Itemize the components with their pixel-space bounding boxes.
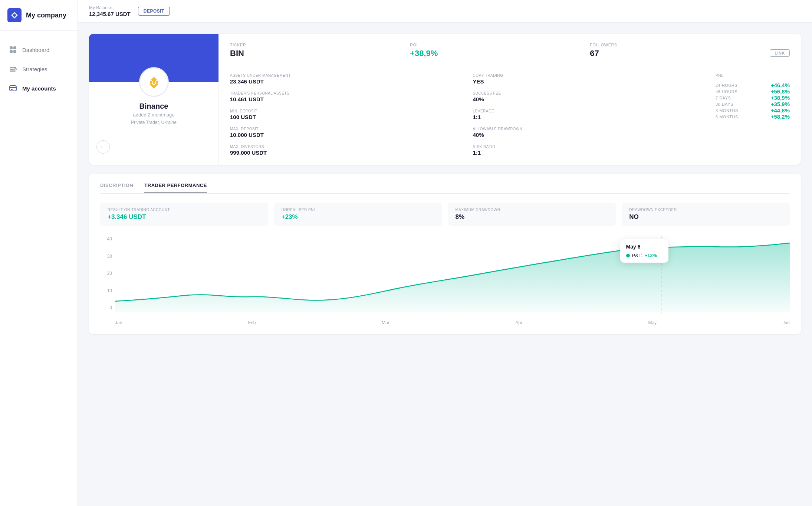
assets-item: ASSETS UNDER MANAGEMENT 23.346 USDT xyxy=(230,73,473,85)
pnl-period: 30 DAYS xyxy=(716,102,733,106)
svg-rect-10 xyxy=(10,87,16,88)
roi-value: +38,9% xyxy=(410,49,590,58)
chart-tooltip: May 6 P&L: +12% xyxy=(620,239,668,263)
performance-stats-row: RESULT ON TRADING ACCOUNT+3.346 USDTUNRE… xyxy=(100,203,790,226)
followers-label: FOLLOWERS xyxy=(590,43,770,47)
deposit-button[interactable]: DEPOSIT xyxy=(138,7,170,16)
company-name: My company xyxy=(26,12,66,19)
traders-assets-label: TRADER'S PERSONAL ASSETS xyxy=(230,91,473,95)
chart-area: 40 30 20 10 0 xyxy=(100,236,790,325)
svg-rect-5 xyxy=(10,67,16,68)
svg-rect-4 xyxy=(13,50,16,53)
balance-label: My Balance: xyxy=(89,5,131,10)
leverage-value: 1:1 xyxy=(473,114,716,120)
risk-ratio-item: RISK RATIO 1:1 xyxy=(473,145,716,156)
stats-panel: TICKER BIN ROI +38,9% FOLLOWERS 67 LINK xyxy=(219,34,801,165)
stats-card-unrealised: UNREALISED PNL+23% xyxy=(274,203,442,226)
svg-rect-7 xyxy=(10,70,16,72)
success-fee-label: SUCCESS FEE xyxy=(473,91,716,95)
binance-icon xyxy=(146,74,162,90)
accounts-icon xyxy=(9,84,17,92)
stats-card-drawdown-exceeded: DRAWDOWN EXCEEDEDNO xyxy=(622,203,790,226)
pnl-row: 3 MONTHS+44,8% xyxy=(716,107,790,114)
risk-ratio-value: 1:1 xyxy=(473,150,716,156)
y-label-0: 0 xyxy=(109,305,112,310)
profile-name: Binance xyxy=(139,102,168,111)
assets-label: ASSETS UNDER MANAGEMENT xyxy=(230,73,473,78)
detail-col-2: COPY TRADING YES SUCCESS FEE 40% LEVERAG… xyxy=(473,73,716,156)
dashboard-icon xyxy=(9,46,17,54)
sidebar-item-strategies[interactable]: Strategies xyxy=(0,60,78,78)
svg-rect-11 xyxy=(11,89,13,90)
pnl-period: 6 MONTHS xyxy=(716,115,738,119)
sidebar-item-my-accounts[interactable]: My accounts xyxy=(0,80,78,97)
stats-card-label: RESULT ON TRADING ACCOUNT xyxy=(108,208,261,212)
pnl-row: 30 DAYS+35,9% xyxy=(716,101,790,107)
stats-card-result: RESULT ON TRADING ACCOUNT+3.346 USDT xyxy=(100,203,268,226)
x-axis-label: Mar xyxy=(382,320,389,325)
strategies-icon xyxy=(9,65,17,73)
balance-value: 12,345.67 USDT xyxy=(89,11,131,17)
sidebar-logo: My company xyxy=(0,0,78,31)
allowable-drawdown-value: 40% xyxy=(473,132,716,138)
y-label-40: 40 xyxy=(107,236,112,242)
traders-assets-value: 10.461 USDT xyxy=(230,96,473,102)
min-deposit-label: MIN. DEPOSIT xyxy=(230,109,473,113)
svg-rect-2 xyxy=(13,46,16,49)
pnl-row: 7 DAYS+38,9% xyxy=(716,95,790,101)
link-button[interactable]: LINK xyxy=(770,49,790,57)
tabs: DISCRIPTION TRADER PERFORMANCE xyxy=(100,183,790,194)
main-content: My Balance: 12,345.67 USDT DEPOSIT xyxy=(78,0,812,506)
x-axis-label: Jun xyxy=(783,320,790,325)
chart-svg xyxy=(115,236,790,312)
chart-main: May 6 P&L: +12% JanFebMarAprMayJun xyxy=(115,236,790,325)
stats-card-value: NO xyxy=(629,213,782,221)
min-deposit-item: MIN. DEPOSIT 100 USDT xyxy=(230,109,473,120)
stats-card-value: +23% xyxy=(282,213,435,221)
back-button[interactable]: ← xyxy=(96,140,110,154)
pnl-value: +46,4% xyxy=(771,82,790,88)
pnl-row: 6 MONTHS+58,2% xyxy=(716,114,790,120)
stats-card-max-drawdown: MAXIMUM DRAWDOWN8% xyxy=(448,203,616,226)
pnl-rows: 24 HOURS+46,4%48 HOURS+56,8%7 DAYS+38,9%… xyxy=(716,82,790,120)
tooltip-pnl: P&L: +12% xyxy=(626,253,663,258)
chart-y-axis: 40 30 20 10 0 xyxy=(100,236,115,310)
tooltip-pnl-value: +12% xyxy=(645,253,657,258)
x-axis-label: Feb xyxy=(248,320,256,325)
success-fee-value: 40% xyxy=(473,96,716,102)
card-section: Binance added 2 month ago Private Trader… xyxy=(89,34,801,165)
followers-group: FOLLOWERS 67 xyxy=(590,43,770,58)
traders-assets-item: TRADER'S PERSONAL ASSETS 10.461 USDT xyxy=(230,91,473,102)
tab-trader-performance[interactable]: TRADER PERFORMANCE xyxy=(144,183,207,193)
tab-discription[interactable]: DISCRIPTION xyxy=(100,183,133,193)
profile-sub: added 2 month ago xyxy=(133,112,174,118)
dashboard-label: Dashboard xyxy=(22,47,49,53)
success-fee-item: SUCCESS FEE 40% xyxy=(473,91,716,102)
profile-card: Binance added 2 month ago Private Trader… xyxy=(89,34,219,165)
max-investors-value: 999.000 USDT xyxy=(230,150,473,156)
pnl-period: 48 HOURS xyxy=(716,89,737,94)
balance-info: My Balance: 12,345.67 USDT xyxy=(89,5,131,17)
max-investors-label: MAX. INVESTORS xyxy=(230,145,473,149)
max-deposit-label: MAX. DEPOSIT xyxy=(230,127,473,131)
pnl-header: PNL xyxy=(716,73,790,78)
allowable-drawdown-label: ALLOWABLE DRAWDOWN xyxy=(473,127,716,131)
stats-card-value: 8% xyxy=(456,213,609,221)
copy-trading-value: YES xyxy=(473,78,716,85)
topbar: My Balance: 12,345.67 USDT DEPOSIT xyxy=(78,0,812,23)
pnl-value: +56,8% xyxy=(771,88,790,95)
detail-col-1: ASSETS UNDER MANAGEMENT 23.346 USDT TRAD… xyxy=(230,73,473,156)
tooltip-date: May 6 xyxy=(626,244,663,250)
svg-rect-9 xyxy=(10,86,16,91)
tooltip-dot xyxy=(626,254,630,257)
stats-card-label: MAXIMUM DRAWDOWN xyxy=(456,208,609,212)
allowable-drawdown-item: ALLOWABLE DRAWDOWN 40% xyxy=(473,127,716,138)
leverage-item: LEVERAGE 1:1 xyxy=(473,109,716,120)
content-area: Binance added 2 month ago Private Trader… xyxy=(78,23,812,345)
detail-stats-container: ASSETS UNDER MANAGEMENT 23.346 USDT TRAD… xyxy=(230,73,790,156)
sidebar-item-dashboard[interactable]: Dashboard xyxy=(0,41,78,58)
pnl-column: PNL 24 HOURS+46,4%48 HOURS+56,8%7 DAYS+3… xyxy=(716,73,790,156)
y-label-30: 30 xyxy=(107,254,112,259)
profile-avatar xyxy=(139,67,169,97)
stats-card-label: UNREALISED PNL xyxy=(282,208,435,212)
